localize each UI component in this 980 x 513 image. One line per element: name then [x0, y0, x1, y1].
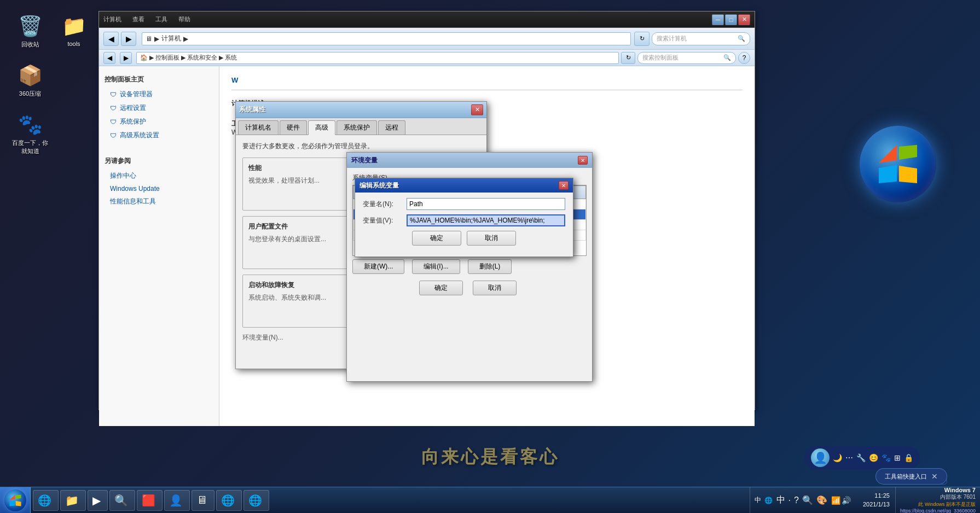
sidebar-item-device-manager[interactable]: 🛡 设备管理器 [99, 88, 219, 101]
var-value-label: 变量值(V): [363, 216, 407, 225]
moon-icon[interactable]: 🌙 [833, 453, 842, 462]
desktop-icon-recycle[interactable]: 🗑️ 回收站 [8, 11, 52, 51]
sidebar-item-protection[interactable]: 🛡 系统保护 [99, 115, 219, 129]
sidebar-item-perf-tools[interactable]: 性能信息和工具 [99, 195, 219, 208]
dots-icon[interactable]: ⋯ [845, 453, 853, 462]
help-button[interactable]: ? [738, 52, 750, 64]
tab-protection[interactable]: 系统保护 [337, 120, 377, 135]
paw-icon[interactable]: 🐾 [882, 453, 891, 462]
search-bar-1[interactable]: 搜索计算机 🔍 [652, 32, 750, 45]
refresh-button[interactable]: ↻ [634, 32, 650, 46]
explorer-minimize-button[interactable]: ─ [712, 14, 724, 25]
taskbar-app-globe2[interactable]: 🌐 [243, 490, 269, 511]
toolbar-widget: 工具箱快捷入口 ✕ [875, 468, 947, 485]
delete-sysvar-button[interactable]: 删除(L) [468, 259, 512, 274]
var-value-input[interactable] [407, 214, 565, 226]
quick-toolbar: 👤 🌙 ⋯ 🔧 😊 🐾 ⊞ 🔒 [804, 446, 920, 469]
taskbar-app-ie[interactable]: 🌐 [33, 490, 59, 511]
desktop-icon-360[interactable]: 📦 360压缩 [8, 60, 52, 100]
tab-hardware[interactable]: 硬件 [280, 120, 307, 135]
addr2-text1: 控制面板 [155, 54, 179, 62]
admin-note: 要进行大多数更改，您必须作为管理员登录。 [242, 142, 480, 151]
desktop-icon-baidu[interactable]: 🐾 百度一下，你就知道 [8, 109, 52, 158]
toolbar-widget-close[interactable]: ✕ [931, 472, 938, 481]
var-name-row: 变量名(N): [363, 198, 565, 210]
search-icon-2: 🔍 [723, 54, 731, 61]
forward-button[interactable]: ▶ [121, 32, 136, 46]
edit-var-ok-button[interactable]: 确定 [412, 231, 461, 246]
start-button[interactable] [0, 487, 31, 513]
grid-icon[interactable]: ⊞ [894, 453, 901, 462]
tray-lang-cn[interactable]: 中 [755, 495, 761, 505]
clock-time: 11:25 [863, 492, 890, 500]
back-button[interactable]: ◀ [103, 32, 119, 46]
search-bar-2[interactable]: 搜索控制面板 🔍 [637, 52, 736, 64]
baidu-label: 百度一下，你就知道 [10, 139, 50, 155]
menu-item-3[interactable]: 工具 [155, 15, 167, 24]
folder-icon: 📁 [65, 494, 79, 507]
tray-zh-icon[interactable]: 中 [776, 494, 785, 506]
refresh-button-2[interactable]: ↻ [621, 52, 635, 64]
var-name-input[interactable] [407, 198, 565, 210]
tray-network-icon[interactable]: 📶 [831, 496, 840, 505]
desktop-icon-tools[interactable]: 📁 tools [52, 11, 96, 49]
taskbar-app-globe1[interactable]: 🌐 [216, 490, 242, 511]
envvar-close-button[interactable]: ✕ [578, 156, 588, 165]
ie-icon: 🌐 [38, 494, 51, 507]
search-placeholder-2: 搜索控制面板 [642, 54, 679, 62]
lock-icon[interactable]: 🔒 [904, 453, 913, 462]
explorer-maximize-button[interactable]: □ [725, 14, 737, 25]
csdn-link: https://blog.csdn.net/qq_33608000 [900, 508, 976, 513]
back-button-2[interactable]: ◀ [103, 52, 115, 64]
tab-remote[interactable]: 远程 [378, 120, 405, 135]
menu-item-4[interactable]: 帮助 [178, 15, 190, 24]
tray-network-area: 📶 🔊 [831, 496, 851, 505]
taskbar-tray: 中 🌐 中 · ? 🔍 🎨 📶 🔊 [750, 487, 857, 513]
edit-var-close-button[interactable]: ✕ [559, 181, 569, 190]
envvar-titlebar: 环境变量 ✕ [347, 153, 592, 168]
search-placeholder-1: 搜索计算机 [657, 34, 687, 43]
new-sysvar-button[interactable]: 新建(W)... [352, 259, 404, 274]
tab-advanced[interactable]: 高级 [308, 120, 335, 135]
tray-question-icon[interactable]: ? [794, 495, 799, 505]
tab-computer-name[interactable]: 计算机名 [238, 120, 279, 135]
edit-var-cancel-button[interactable]: 取消 [467, 231, 516, 246]
sidebar-item-windows-update[interactable]: Windows Update [99, 183, 219, 195]
360zip-icon: 📦 [17, 62, 43, 89]
edit-sysvar-button[interactable]: 编辑(I)... [412, 259, 460, 274]
sidebar-item-advanced[interactable]: 🛡 高级系统设置 [99, 129, 219, 142]
sidebar-item-action-center[interactable]: 操作中心 [99, 169, 219, 183]
address-bar-2[interactable]: 🏠 ▶ 控制面板 ▶ 系统和安全 ▶ 系统 [136, 52, 619, 64]
tray-search-icon[interactable]: 🔍 [802, 495, 813, 505]
edit-var-dialog: 编辑系统变量 ✕ 变量名(N): 变量值(V): 确定 取消 [355, 178, 573, 257]
taskbar-app-user[interactable]: 👤 [164, 490, 190, 511]
taskbar-app-search[interactable]: 🔍 [109, 490, 135, 511]
taskbar-clock[interactable]: 11:25 2021/1/13 [857, 492, 895, 509]
recycle-bin-icon: 🗑️ [17, 13, 43, 39]
emoji-icon[interactable]: 😊 [869, 453, 878, 462]
edit-var-buttons: 确定 取消 [363, 231, 565, 246]
forward-button-2[interactable]: ▶ [120, 52, 132, 64]
sidebar-item-remote[interactable]: 🛡 远程设置 [99, 101, 219, 115]
menu-item-2[interactable]: 查看 [132, 15, 144, 24]
taskbar: 🌐 📁 ▶ 🔍 🟥 👤 🖥 🌐 � [0, 487, 980, 513]
address-bar-1[interactable]: 🖥 ▶ 计算机 ▶ [142, 32, 631, 45]
taskbar-app-red[interactable]: 🟥 [137, 490, 163, 511]
explorer-toolbar-1: ◀ ▶ 🖥 ▶ 计算机 ▶ ↻ 搜索计算机 🔍 [99, 28, 755, 50]
taskbar-app-media[interactable]: ▶ [88, 490, 108, 511]
taskbar-app-monitor[interactable]: 🖥 [192, 490, 214, 511]
wrench-icon[interactable]: 🔧 [856, 453, 866, 462]
envvar-cancel-button[interactable]: 取消 [473, 281, 517, 295]
sysprop-tabs: 计算机名 硬件 高级 系统保护 远程 [236, 118, 486, 135]
separator-1 [231, 90, 743, 90]
sysprop-titlebar: 系统属性 ✕ [236, 102, 486, 118]
tray-sound-icon[interactable]: 🔊 [842, 496, 851, 505]
var-name-label: 变量名(N): [363, 200, 407, 209]
addr2-separator-3: ▶ [219, 54, 223, 61]
menu-item-1[interactable]: 计算机 [103, 15, 121, 24]
envvar-ok-button[interactable]: 确定 [419, 281, 463, 295]
taskbar-app-folder[interactable]: 📁 [60, 490, 86, 511]
explorer-close-button[interactable]: ✕ [738, 14, 750, 25]
sysprop-close-button[interactable]: ✕ [471, 104, 483, 115]
sidebar-title: 控制面板主页 [99, 72, 219, 88]
